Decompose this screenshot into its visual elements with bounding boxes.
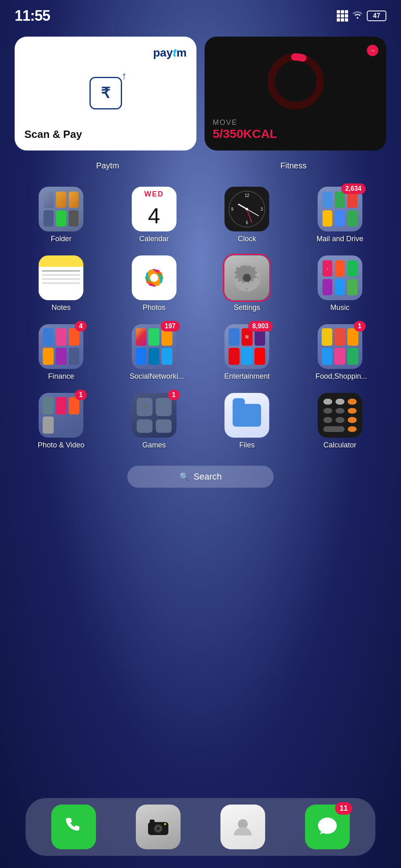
dock: 11 bbox=[26, 798, 375, 856]
photo-video-badge: 1 bbox=[75, 390, 87, 400]
paytm-scan-pay-label: Scan & Pay bbox=[24, 128, 187, 141]
app-grid-row1: Folder WED 4 Calendar 12 3 6 9 bbox=[0, 179, 401, 243]
food-label: Food,Shoppin... bbox=[316, 372, 364, 381]
status-bar: 11:55 47 bbox=[0, 0, 401, 24]
svg-point-20 bbox=[156, 827, 160, 831]
widget-label-row: Paytm Fitness bbox=[0, 161, 401, 170]
photo-video-label: Photo & Video bbox=[38, 441, 85, 449]
clock-9: 9 bbox=[231, 207, 233, 212]
app-photos[interactable]: Photos bbox=[108, 255, 201, 312]
clock-12: 12 bbox=[245, 193, 249, 198]
calendar-label: Calendar bbox=[139, 235, 169, 243]
search-bar[interactable]: 🔍 Search bbox=[127, 466, 274, 488]
fitness-arrow-icon: → bbox=[367, 45, 378, 56]
calendar-icon: WED 4 bbox=[132, 187, 177, 231]
food-icon bbox=[318, 324, 362, 369]
app-folder[interactable]: Folder bbox=[15, 187, 108, 243]
entertainment-badge: 8,903 bbox=[248, 321, 272, 331]
photos-label: Photos bbox=[143, 303, 166, 312]
svg-rect-21 bbox=[150, 820, 155, 823]
signal-icon bbox=[337, 10, 348, 22]
fitness-text: MOVE 5/350KCAL bbox=[213, 118, 277, 141]
app-grid-row2: Notes bbox=[0, 247, 401, 312]
paytm-widget[interactable]: paytm ₹ ↑ Scan & Pay bbox=[15, 37, 196, 150]
widgets-row: paytm ₹ ↑ Scan & Pay → MOVE bbox=[0, 28, 401, 159]
app-entertainment[interactable]: N 8,903 Entertainment bbox=[200, 324, 294, 381]
mail-drive-label: Mail and Drive bbox=[316, 235, 363, 243]
photo-video-icon bbox=[39, 393, 83, 438]
clock-icon: 12 3 6 9 bbox=[224, 187, 269, 231]
dock-messages[interactable]: 11 bbox=[305, 805, 350, 849]
music-label: Music bbox=[330, 303, 349, 312]
social-badge: 197 bbox=[161, 321, 180, 331]
app-mail-drive[interactable]: 2,634 Mail and Drive bbox=[294, 187, 387, 243]
settings-label: Settings bbox=[234, 303, 260, 312]
app-calendar[interactable]: WED 4 Calendar bbox=[108, 187, 201, 243]
notes-icon bbox=[39, 255, 83, 300]
svg-point-0 bbox=[271, 57, 320, 106]
games-label: Games bbox=[142, 441, 166, 449]
fitness-kcal-value: 5/350KCAL bbox=[213, 127, 277, 141]
search-label: Search bbox=[194, 471, 222, 482]
paytm-app-label: Paytm bbox=[15, 161, 200, 170]
app-games[interactable]: 🎮 1 Games bbox=[108, 393, 201, 449]
music-icon: ♪ bbox=[318, 255, 362, 300]
app-settings[interactable]: Settings bbox=[200, 255, 294, 312]
finance-badge: 4 bbox=[75, 321, 87, 331]
games-icon: 🎮 bbox=[132, 393, 177, 438]
games-badge: 1 bbox=[168, 390, 180, 400]
calendar-date: 4 bbox=[132, 199, 177, 231]
calendar-day: WED bbox=[132, 187, 177, 199]
folder-label: Folder bbox=[51, 235, 72, 243]
clock-3: 3 bbox=[261, 207, 263, 212]
app-food-shopping[interactable]: 1 Food,Shoppin... bbox=[294, 324, 387, 381]
app-files[interactable]: Files bbox=[200, 393, 294, 449]
fitness-widget[interactable]: → MOVE 5/350KCAL bbox=[205, 37, 386, 150]
dock-camera[interactable] bbox=[136, 805, 181, 849]
dock-phone[interactable] bbox=[51, 805, 96, 849]
app-notes[interactable]: Notes bbox=[15, 255, 108, 312]
app-social[interactable]: 197 SocialNetworki... bbox=[108, 324, 201, 381]
social-label: SocialNetworki... bbox=[130, 372, 179, 381]
phone-icon bbox=[51, 805, 96, 849]
status-time: 11:55 bbox=[15, 7, 50, 24]
entertainment-label: Entertainment bbox=[224, 372, 270, 381]
search-icon: 🔍 bbox=[179, 472, 190, 482]
wifi-icon bbox=[352, 11, 363, 21]
dock-contacts[interactable] bbox=[220, 805, 265, 849]
fitness-move-label: MOVE bbox=[213, 118, 277, 127]
mail-drive-badge: 2,634 bbox=[341, 183, 366, 194]
app-clock[interactable]: 12 3 6 9 Clock bbox=[200, 187, 294, 243]
clock-label: Clock bbox=[238, 235, 256, 243]
app-calculator[interactable]: Calculator bbox=[294, 393, 387, 449]
paytm-icon-area: ₹ ↑ bbox=[24, 64, 187, 122]
status-icons: 47 bbox=[337, 10, 386, 22]
svg-point-14 bbox=[150, 274, 158, 282]
svg-point-22 bbox=[164, 823, 166, 825]
files-icon bbox=[224, 393, 269, 438]
photos-icon bbox=[132, 255, 177, 300]
folder-icon bbox=[39, 187, 83, 231]
battery-icon: 47 bbox=[367, 11, 386, 21]
app-finance[interactable]: 4 Finance bbox=[15, 324, 108, 381]
paytm-logo: paytm bbox=[24, 46, 187, 59]
messages-badge: 11 bbox=[335, 802, 352, 815]
folder-shape bbox=[233, 404, 261, 427]
fitness-app-label: Fitness bbox=[200, 161, 386, 170]
finance-label: Finance bbox=[48, 372, 74, 381]
finance-icon bbox=[39, 324, 83, 369]
files-label: Files bbox=[239, 441, 255, 449]
app-grid-row3: 4 Finance 197 SocialNetworki... N bbox=[0, 316, 401, 381]
camera-icon bbox=[136, 805, 181, 849]
calculator-label: Calculator bbox=[323, 441, 356, 449]
notes-label: Notes bbox=[52, 303, 71, 312]
contacts-icon bbox=[220, 805, 265, 849]
food-badge: 1 bbox=[354, 321, 366, 331]
clock-6: 6 bbox=[246, 220, 248, 225]
app-grid-row4: 1 Photo & Video 🎮 1 Games Files bbox=[0, 385, 401, 449]
search-bar-wrap: 🔍 Search bbox=[0, 466, 401, 488]
app-music[interactable]: ♪ Music bbox=[294, 255, 387, 312]
app-photo-video[interactable]: 1 Photo & Video bbox=[15, 393, 108, 449]
calculator-icon bbox=[318, 393, 362, 438]
